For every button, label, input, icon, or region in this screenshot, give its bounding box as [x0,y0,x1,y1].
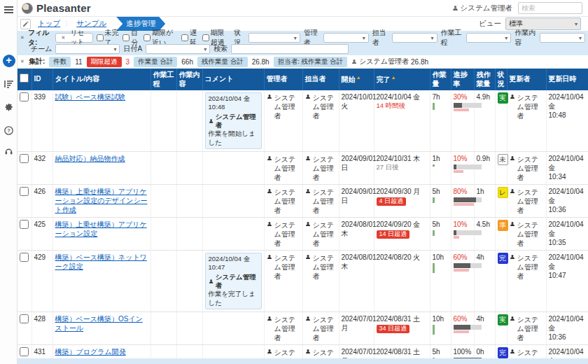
cell-status: レ [495,185,507,218]
task-link[interactable]: 試験）ベース構築試験 [55,93,125,101]
breadcrumb-sample-link[interactable]: サンプル [76,19,106,29]
cell-updater: システム管理者 [507,312,546,345]
checkbox[interactable] [122,34,130,41]
person-icon [267,155,272,161]
team-filter-select[interactable]: ▾ [55,44,120,54]
person-icon [267,188,272,194]
assignee-user: システム管理者 [305,93,337,120]
dateA-filter-select[interactable]: ▾ [146,44,210,54]
header-status[interactable]: 状況 [495,69,507,90]
progress-bar [454,164,482,169]
row-checkbox[interactable] [20,92,29,102]
cell-status: 実 [495,312,507,345]
checkbox[interactable] [181,34,188,41]
cell-start-date: 2024/07/01 月 [339,312,374,345]
global-search-input[interactable] [518,2,582,14]
task-link[interactable]: 構築）上乗せ構築）アプリケーション設定 [55,220,147,237]
reset-button[interactable]: ✕リセット [55,33,92,43]
cell-comment [202,152,264,185]
cell-content [176,90,202,152]
task-link[interactable]: 納品対応）納品物作成 [55,155,125,162]
chevron-down-icon: ▾ [431,35,434,41]
updated-time: 10:35 [549,238,588,247]
select-all-header [18,69,31,90]
person-icon [452,5,458,11]
app-logo[interactable]: Pleasanter [18,2,91,14]
header-start[interactable]: 開始▲ [339,69,374,90]
cell-content [176,312,202,345]
aggregation-collapse-icon[interactable]: ✕ [20,59,24,64]
work-hours: 7h [433,93,440,101]
process-filter-select[interactable]: ▾ [466,33,512,43]
cell-title: 構築）上乗せ構築）アプリケーション設定のデザインシート作成 [52,185,150,218]
row-checkbox[interactable] [20,347,29,356]
breadcrumb-top-link[interactable]: トップ [38,19,60,29]
header-manager[interactable]: 管理者 [264,69,302,90]
comment-date: 2024/10/04 金 10:48 [209,94,258,112]
header-content[interactable]: 作業内容 [176,69,202,90]
task-link[interactable]: 構築）上乗せ構築）アプリケーション設定のデザインシート作成 [55,188,148,214]
header-updated[interactable]: 更新日時 [546,69,588,90]
header-assignee[interactable]: 担当者 [302,69,339,90]
progress-percent: 30% [454,93,468,101]
row-checkbox[interactable] [20,187,29,196]
chevron-down-icon: ▾ [363,35,365,41]
cell-updater: システム管理者 [507,90,546,152]
cell-manager: システム管理者 [264,312,302,345]
index-list-icon[interactable] [0,80,18,88]
header-comment[interactable]: コメント [202,69,264,90]
filter-collapse-icon[interactable]: ✕ [20,35,24,41]
header-work[interactable]: 作業量 [430,69,451,90]
header-id[interactable]: ID [31,69,52,90]
status-filter-select[interactable]: ▾ [248,33,300,43]
task-link[interactable]: 構築）ベース構築）OSインストール [55,315,143,332]
settings-gear-icon[interactable] [0,104,18,113]
checkbox[interactable] [202,34,209,41]
task-grid: ID タイトル/内容 作業工程 作業内容 コメント 管理者 担当者 開始▲ 完了… [18,69,588,364]
cell-manager: システム管理者 [264,90,302,152]
person-icon [510,349,515,354]
current-user[interactable]: システム管理者 [452,4,512,13]
table-row: 426構築）上乗せ構築）アプリケーション設定のデザインシート作成システム管理者シ… [18,185,588,218]
task-link[interactable]: 構築）ベース構築）ネットワーク設定 [55,253,147,270]
person-icon [209,279,214,284]
cell-start-date: 2024/09/01 日 [339,152,374,185]
schedule-bar [454,236,459,239]
assignee-filter-select[interactable]: ▾ [392,33,438,43]
filter-search-input[interactable] [231,44,349,54]
task-link[interactable]: 構築）プログラム開発 [55,348,126,356]
cell-title: 試験）ベース構築試験 [52,90,150,152]
work-hours: 5h [433,220,440,228]
comment-box: 2024/10/04 金 10:47システム管理者作業を完了しました [205,253,262,309]
row-checkbox[interactable] [20,314,29,323]
header-updater[interactable]: 更新者 [507,69,546,90]
updated-date: 2024/10/04 金 [549,253,588,271]
headset-support-icon[interactable] [0,147,18,156]
select-all-checkbox[interactable] [20,74,29,83]
cell-progress: 60% [451,251,474,312]
create-new-button[interactable]: + [0,55,18,67]
row-checkbox[interactable] [20,220,29,229]
row-checkbox[interactable] [20,253,29,262]
header-remaining[interactable]: 残作業量 [474,69,495,90]
hamburger-menu-icon[interactable] [0,5,18,15]
help-icon[interactable]: ? [0,126,18,135]
content-filter-select[interactable]: ▾ [540,33,585,43]
header-end-label: 完了 [377,76,391,83]
cell-process [150,185,176,218]
header-process[interactable]: 作業工程 [150,69,176,90]
updated-time: 10:47 [549,271,588,280]
cell-start-date: 2024/08/01 木 [339,251,374,312]
manager-filter-select[interactable]: ▾ [323,33,369,43]
checkbox[interactable] [144,34,150,41]
cell-end-date: 2024/09/30 月4 日超過 [374,185,430,218]
updater-user: システム管理者 [510,188,544,215]
checkbox[interactable] [97,34,104,41]
row-checkbox[interactable] [20,154,29,163]
header-title[interactable]: タイトル/内容 [52,69,150,90]
cell-comment: 2024/10/04 金 10:48システム管理者作業を開始しました [202,90,264,152]
header-end[interactable]: 完了▲ [374,69,430,90]
header-progress[interactable]: 進捗率 [451,69,474,90]
cell-work-amount: 10h [430,251,451,312]
work-gauge-bar [433,263,435,273]
